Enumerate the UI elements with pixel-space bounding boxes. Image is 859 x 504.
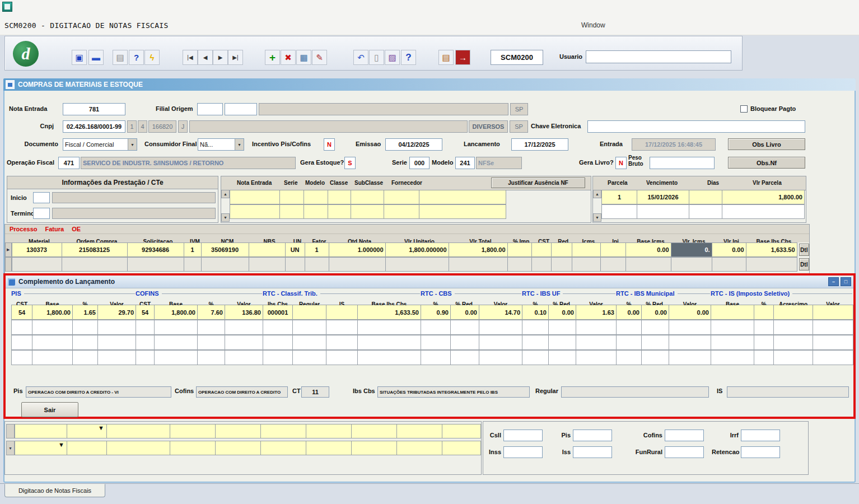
material-grid-cell[interactable] — [601, 258, 625, 271]
nf-grid-cell[interactable] — [304, 205, 328, 218]
cmp-cell[interactable] — [479, 335, 522, 349]
base-ibs-cbs-cell[interactable]: 1,633.50 — [746, 243, 797, 256]
cmp-cell[interactable]: 0.90 — [421, 305, 450, 319]
cmp-cell[interactable]: 7.60 — [198, 305, 225, 319]
cmp-cell[interactable] — [479, 351, 522, 365]
cmp-cell[interactable] — [813, 335, 853, 349]
chevron-down-icon[interactable]: ▼ — [235, 139, 244, 150]
cmp-cell[interactable]: 000001 — [263, 305, 292, 319]
cmp-cell[interactable]: 0.00 — [617, 305, 641, 319]
cmp-cell[interactable] — [711, 320, 754, 334]
cmp-cell[interactable] — [754, 351, 773, 365]
cmp-cell[interactable] — [479, 320, 522, 334]
bl-cell[interactable] — [170, 424, 215, 438]
material-grid-cell[interactable] — [746, 258, 797, 271]
termino-input[interactable] — [33, 208, 50, 219]
nf-grid-cell[interactable] — [419, 190, 506, 204]
maximize-button[interactable]: □ — [841, 277, 851, 286]
cmp-cell[interactable] — [669, 335, 711, 349]
modelo-input[interactable]: 241 — [455, 157, 475, 169]
cmp-cell[interactable]: 0.00 — [451, 305, 479, 319]
nav-last-button[interactable]: ▶| — [228, 50, 243, 65]
cmp-cell[interactable] — [263, 335, 292, 349]
cmp-cell[interactable]: 1.65 — [73, 305, 97, 319]
cmp-cell[interactable] — [198, 320, 225, 334]
config-button[interactable]: ▨ — [385, 50, 400, 65]
ipi-cell[interactable] — [601, 243, 625, 256]
cmp-cell[interactable]: 1,800.00 — [155, 305, 197, 319]
cmp-cell[interactable]: 29.70 — [98, 305, 136, 319]
material-grid-cell[interactable] — [249, 258, 285, 271]
tab-fatura[interactable]: Fatura — [45, 226, 64, 232]
bl-cell[interactable] — [107, 441, 170, 455]
cmp-cell[interactable] — [12, 351, 32, 365]
cmp-cell[interactable]: 1.63 — [576, 305, 616, 319]
nf-grid-cell[interactable] — [328, 190, 351, 204]
cmp-cell[interactable] — [225, 351, 263, 365]
cmp-cell[interactable] — [549, 320, 576, 334]
cmp-cell[interactable] — [98, 351, 136, 365]
cmp-cell[interactable] — [293, 305, 326, 319]
cmp-cell[interactable] — [669, 351, 711, 365]
nf-grid-cell[interactable] — [384, 205, 419, 218]
cmp-cell[interactable]: 1,633.50 — [358, 305, 421, 319]
filial-origem-input1[interactable] — [197, 103, 223, 115]
cmp-cell[interactable] — [711, 351, 754, 365]
vlr-ipi-cell[interactable]: 0.00 — [712, 243, 746, 256]
cmp-cell[interactable] — [73, 335, 97, 349]
nf-grid-cell[interactable] — [280, 190, 304, 204]
nf-grid-cell[interactable] — [280, 205, 304, 218]
bl-cell[interactable] — [15, 424, 67, 438]
display-button[interactable]: ▬ — [88, 50, 104, 65]
cmp-cell[interactable] — [617, 320, 641, 334]
consumidor-final-dropdown[interactable]: Nã...▼ — [198, 138, 244, 151]
cmp-cell[interactable] — [326, 305, 357, 319]
cmp-cell[interactable] — [642, 351, 669, 365]
cmp-cell[interactable] — [642, 335, 669, 349]
cmp-cell[interactable] — [421, 320, 450, 334]
cmp-cell[interactable] — [774, 320, 813, 334]
tab-oe[interactable]: OE — [72, 226, 81, 232]
material-grid-cell[interactable] — [329, 258, 385, 271]
nf-grid-cell[interactable] — [351, 205, 384, 218]
bl-cell[interactable] — [216, 441, 260, 455]
bl-cell[interactable] — [442, 424, 480, 438]
chevron-down-icon[interactable]: ▼ — [58, 441, 67, 455]
nf-grid-cell[interactable] — [230, 190, 279, 204]
cmp-cell[interactable] — [263, 320, 292, 334]
irrf-input[interactable] — [741, 430, 780, 441]
chave-eletronica-input[interactable] — [587, 120, 805, 133]
parcela-cell[interactable] — [689, 205, 722, 218]
cmp-cell[interactable] — [617, 335, 641, 349]
cmp-cell[interactable] — [198, 335, 225, 349]
cmp-cell[interactable] — [754, 320, 773, 334]
cmp-cell[interactable]: 0.00 — [549, 305, 576, 319]
vlr-icms-cell-selected[interactable]: 0. — [671, 243, 712, 256]
pis-input[interactable] — [573, 430, 612, 441]
cmp-cell[interactable] — [358, 351, 421, 365]
undo-button[interactable]: ↶ — [353, 50, 368, 65]
cmp-cell[interactable] — [358, 335, 421, 349]
tab-digitacao-notas-fiscais[interactable]: Digitacao de Notas Fiscais — [4, 484, 105, 497]
cmp-cell[interactable]: 14.70 — [479, 305, 522, 319]
material-grid-cell[interactable] — [626, 258, 671, 271]
cmp-cell[interactable] — [711, 335, 754, 349]
chevron-down-icon[interactable]: ▼ — [98, 424, 106, 438]
cmp-cell[interactable]: 1,800.00 — [32, 305, 72, 319]
material-grid-cell[interactable] — [449, 258, 507, 271]
nf-grid-cell[interactable] — [419, 205, 506, 218]
cmp-cell[interactable] — [576, 320, 616, 334]
cmp-cell[interactable]: 0.00 — [669, 305, 711, 319]
vlr-unitario-cell[interactable]: 1,800.000000 — [386, 243, 449, 256]
bl-cell[interactable] — [261, 441, 306, 455]
bl-cell[interactable] — [261, 424, 306, 438]
cmp-cell[interactable] — [617, 351, 641, 365]
bl-cell[interactable] — [107, 424, 170, 438]
inicio-input[interactable] — [33, 192, 50, 203]
bl-dropdown-cell[interactable]: ▼ — [15, 441, 67, 455]
cmp-cell[interactable] — [293, 320, 326, 334]
lancamento-input[interactable]: 17/12/2025 — [511, 138, 568, 151]
edit-button[interactable]: ✎ — [312, 50, 327, 65]
cmp-cell[interactable] — [136, 320, 154, 334]
material-grid-cell[interactable] — [386, 258, 449, 271]
